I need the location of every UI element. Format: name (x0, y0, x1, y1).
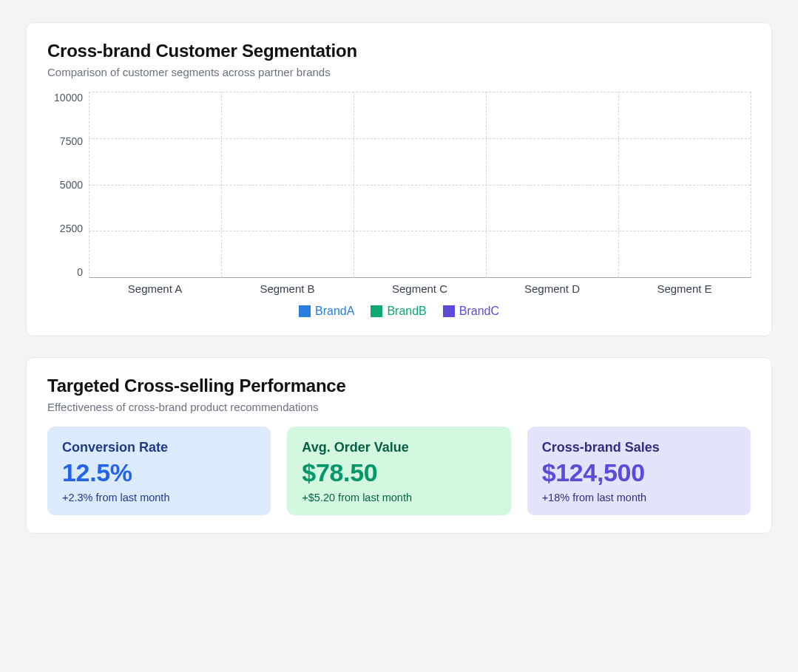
y-tick: 0 (47, 266, 83, 278)
kpi-title: Conversion Rate (62, 440, 256, 455)
legend-swatch (299, 305, 311, 317)
y-tick: 5000 (47, 179, 83, 191)
legend-item[interactable]: BrandC (443, 305, 499, 318)
x-axis: Segment ASegment BSegment CSegment DSegm… (89, 278, 751, 299)
x-tick: Segment A (89, 282, 221, 295)
legend-label: BrandC (459, 305, 499, 318)
x-tick: Segment E (618, 282, 751, 295)
perf-title: Targeted Cross-selling Performance (47, 376, 751, 396)
plot-area: Segment ASegment BSegment CSegment DSegm… (89, 92, 751, 299)
kpi-value: $78.50 (302, 458, 496, 487)
legend-swatch (443, 305, 455, 317)
y-axis: 100007500500025000 (47, 92, 89, 299)
x-tick: Segment D (486, 282, 618, 295)
legend-label: BrandB (387, 305, 426, 318)
kpi-row: Conversion Rate12.5%+2.3% from last mont… (47, 427, 751, 515)
kpi-delta: +$5.20 from last month (302, 492, 496, 503)
kpi-delta: +2.3% from last month (62, 492, 256, 503)
x-tick: Segment C (354, 282, 486, 295)
kpi-title: Cross-brand Sales (542, 440, 736, 455)
y-tick: 7500 (47, 135, 83, 147)
segmentation-panel: Cross-brand Customer Segmentation Compar… (26, 22, 772, 336)
kpi-value: $124,500 (542, 458, 736, 487)
kpi-value: 12.5% (62, 458, 256, 487)
kpi-title: Avg. Order Value (302, 440, 496, 455)
x-tick: Segment B (221, 282, 354, 295)
legend-item[interactable]: BrandA (299, 305, 354, 318)
bars-row (89, 92, 751, 278)
performance-panel: Targeted Cross-selling Performance Effec… (26, 357, 772, 534)
perf-subtitle: Effectiveness of cross-brand product rec… (47, 401, 751, 413)
kpi-card: Cross-brand Sales$124,500+18% from last … (527, 427, 751, 515)
kpi-delta: +18% from last month (542, 492, 736, 503)
legend-swatch (371, 305, 382, 317)
chart-subtitle: Comparison of customer segments across p… (47, 66, 751, 78)
y-tick: 10000 (47, 92, 83, 103)
legend-label: BrandA (315, 305, 354, 318)
legend-item[interactable]: BrandB (371, 305, 426, 318)
kpi-card: Avg. Order Value$78.50+$5.20 from last m… (287, 427, 510, 515)
kpi-card: Conversion Rate12.5%+2.3% from last mont… (47, 427, 271, 515)
bar-chart: 100007500500025000 Segment ASegment BSeg… (47, 92, 751, 299)
legend: BrandABrandBBrandC (47, 305, 751, 318)
chart-title: Cross-brand Customer Segmentation (47, 41, 751, 61)
y-tick: 2500 (47, 223, 83, 234)
